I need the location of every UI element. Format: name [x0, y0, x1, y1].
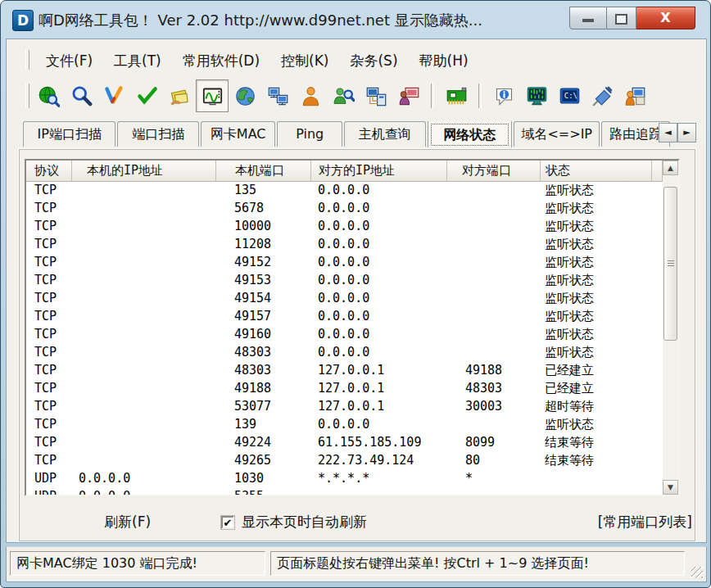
table-row[interactable]: TCP491570.0.0.0监听状态 — [26, 308, 663, 326]
cell-remote_ip: 0.0.0.0 — [318, 291, 369, 305]
console-button[interactable]: C:\ — [553, 79, 586, 112]
nic-card-button[interactable] — [440, 79, 473, 112]
tab-3[interactable]: 网卡MAC — [201, 121, 276, 147]
table-row[interactable]: TCP49188127.0.0.148303已经建立 — [26, 380, 663, 398]
cell-status: 监听状态 — [545, 255, 594, 270]
cell-remote_ip: 127.0.0.1 — [318, 363, 384, 378]
table-row[interactable]: TCP1390.0.0.0监听状态 — [26, 416, 663, 434]
table-row[interactable]: TCP491600.0.0.0监听状态 — [26, 326, 663, 344]
user-computer-icon — [624, 85, 646, 107]
cell-local_port: 10000 — [234, 219, 271, 233]
ping-button[interactable] — [130, 79, 163, 112]
vertical-scrollbar[interactable]: ▲ ▼ — [663, 161, 678, 495]
tab-1[interactable]: IP端口扫描 — [23, 121, 115, 147]
table-row[interactable]: TCP491530.0.0.0监听状态 — [26, 272, 663, 290]
table-row[interactable]: TCP112080.0.0.0监听状态 — [26, 236, 663, 254]
refresh-button[interactable]: 刷新(F) — [104, 513, 151, 531]
close-button[interactable]: X — [636, 7, 695, 29]
column-header[interactable]: 状态 — [541, 161, 652, 182]
cell-remote_ip: 0.0.0.0 — [318, 219, 369, 233]
resize-grip[interactable] — [691, 567, 703, 578]
lan-computers-button[interactable] — [261, 79, 294, 112]
cell-protocol: TCP — [34, 345, 57, 360]
auto-refresh-label[interactable]: 显示本页时自动刷新 — [242, 513, 367, 531]
tab-5[interactable]: 主机查询 — [344, 121, 425, 147]
cell-remote_ip: 0.0.0.0 — [318, 327, 369, 341]
port-scan-button[interactable] — [65, 79, 97, 112]
cell-remote_ip: 0.0.0.0 — [318, 345, 369, 360]
table-row-partial[interactable]: UDP0.0.0.05355 — [26, 488, 663, 496]
table-row[interactable]: TCP100000.0.0.0监听状态 — [26, 218, 663, 236]
ip-port-scan-button[interactable] — [32, 79, 65, 112]
menu-item[interactable]: 帮助(H) — [409, 49, 479, 73]
console-icon: C:\ — [559, 85, 581, 107]
table-row[interactable]: TCP49265222.73.49.12480结束等待 — [26, 452, 663, 470]
scroll-thumb[interactable] — [663, 187, 677, 341]
remote-desk-button[interactable] — [392, 79, 425, 112]
restore-button[interactable] — [607, 7, 636, 29]
network-view-button[interactable] — [360, 79, 392, 112]
table-row[interactable]: TCP483030.0.0.0监听状态 — [26, 344, 663, 362]
network-status-icon — [202, 85, 224, 107]
internet-button[interactable] — [229, 79, 261, 112]
column-header[interactable]: 对方的IP地址 — [311, 161, 447, 182]
tab-6[interactable]: 网络状态 — [428, 121, 512, 147]
cell-status: 监听状态 — [545, 345, 594, 360]
mac-tool-button[interactable] — [97, 79, 130, 112]
cell-status: 监听状态 — [545, 291, 594, 306]
column-header[interactable]: 协议 — [26, 161, 72, 182]
table-row[interactable]: TCP53077127.0.0.130003超时等待 — [26, 398, 663, 416]
tab-2[interactable]: 端口扫描 — [117, 121, 198, 147]
minimize-button[interactable] — [569, 7, 607, 29]
info-tip-button[interactable] — [487, 79, 520, 112]
table-row[interactable]: TCP56780.0.0.0监听状态 — [26, 200, 663, 218]
tab-7[interactable]: 域名<=>IP — [514, 121, 600, 147]
column-header[interactable]: 本机的IP地址 — [72, 161, 216, 182]
table-row[interactable]: TCP1350.0.0.0监听状态 — [26, 182, 663, 200]
menu-item[interactable]: 工具(T) — [103, 49, 172, 73]
cell-remote_ip: 222.73.49.124 — [318, 453, 414, 468]
cell-status: 监听状态 — [545, 237, 594, 252]
column-header[interactable] — [652, 161, 663, 182]
client-area: 文件(F)工具(T)常用软件(D)控制(K)杂务(S)帮助(H) C:\ IP端… — [6, 38, 707, 543]
column-header[interactable]: 本机端口 — [216, 161, 311, 182]
matrix-monitor-icon — [526, 85, 548, 107]
cell-remote_ip: 127.0.0.1 — [318, 399, 384, 414]
common-port-list-link[interactable]: [常用端口列表] — [598, 513, 692, 531]
cell-protocol: TCP — [34, 219, 57, 233]
cell-local_port: 5355 — [234, 489, 264, 496]
matrix-monitor-button[interactable] — [520, 79, 553, 112]
table-row[interactable]: TCP4922461.155.185.1098099结束等待 — [26, 434, 663, 452]
host-query-button[interactable] — [163, 79, 196, 112]
column-header[interactable]: 对方端口 — [447, 161, 541, 182]
cell-remote_ip: 0.0.0.0 — [318, 309, 369, 323]
table-row[interactable]: TCP48303127.0.0.149188已经建立 — [26, 362, 663, 380]
inject-button[interactable] — [586, 79, 618, 112]
scroll-down-icon[interactable]: ▼ — [663, 480, 678, 495]
auto-refresh-checkbox[interactable]: ✔ — [221, 516, 234, 529]
tab-scroll-left-button[interactable]: ◄ — [659, 123, 677, 142]
table-row[interactable]: UDP0.0.0.01030*.*.*.** — [26, 470, 663, 488]
tab-4[interactable]: Ping — [277, 121, 342, 147]
user-button[interactable] — [294, 79, 327, 112]
menu-item[interactable]: 控制(K) — [270, 49, 339, 73]
table-row[interactable]: TCP491520.0.0.0监听状态 — [26, 254, 663, 272]
table-row[interactable]: TCP491540.0.0.0监听状态 — [26, 290, 663, 308]
user-computer-button[interactable] — [618, 79, 651, 112]
svg-text:C:\: C:\ — [564, 91, 577, 99]
menu-item[interactable]: 杂务(S) — [339, 49, 408, 73]
toolbar-gripper[interactable] — [25, 84, 29, 108]
menu-item[interactable]: 常用软件(D) — [172, 49, 270, 73]
cell-status: 已经建立 — [545, 381, 594, 396]
tab-scroll-right-button[interactable]: ► — [677, 123, 696, 142]
scroll-thumb-grip — [668, 260, 674, 267]
cell-protocol: UDP — [34, 489, 57, 496]
menu-gripper[interactable] — [25, 50, 29, 70]
network-status-button[interactable] — [196, 79, 229, 112]
menu-item[interactable]: 文件(F) — [35, 49, 103, 73]
cell-status: 监听状态 — [545, 201, 594, 216]
cell-status: 监听状态 — [545, 309, 594, 324]
scroll-up-icon[interactable]: ▲ — [663, 161, 678, 175]
search-user-button[interactable] — [327, 79, 360, 112]
cell-local_port: 49157 — [234, 309, 271, 323]
